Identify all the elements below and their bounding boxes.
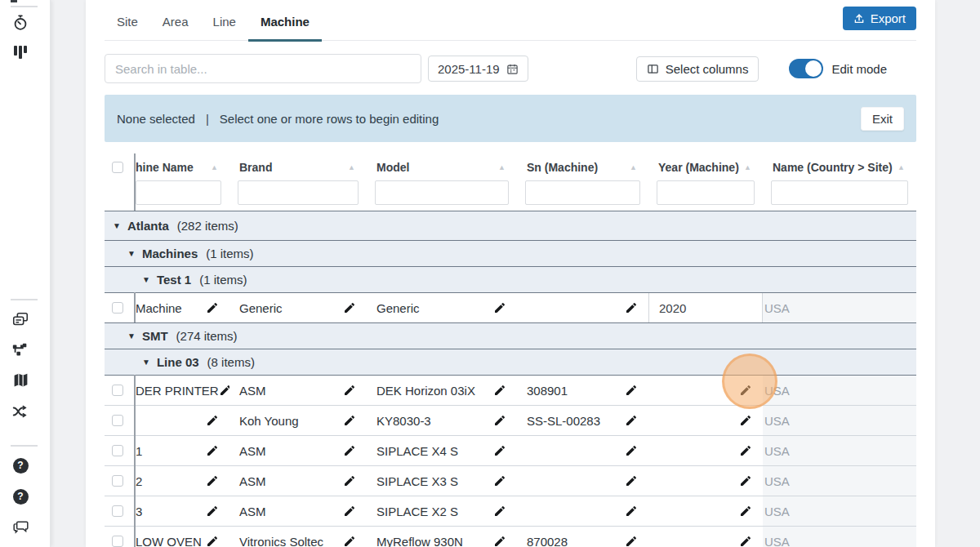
edit-pencil-icon[interactable]	[343, 505, 356, 518]
group-row-line-03[interactable]: ▼ Line 03 (8 items)	[105, 349, 916, 375]
edit-pencil-icon[interactable]	[625, 384, 638, 397]
sort-icon[interactable]: ▲	[348, 163, 355, 171]
edit-pencil-icon[interactable]	[343, 301, 356, 314]
filter-machine-name[interactable]	[136, 180, 221, 205]
brand-value: Generic	[229, 301, 283, 315]
exit-button[interactable]: Exit	[861, 107, 904, 131]
group-row-smt[interactable]: ▼ SMT (274 items)	[105, 322, 916, 349]
edit-pencil-icon[interactable]	[739, 535, 752, 547]
edit-pencil-icon[interactable]	[625, 474, 638, 487]
sort-icon[interactable]: ▲	[630, 163, 637, 171]
select-all-checkbox[interactable]	[112, 162, 123, 173]
collapse-icon[interactable]: ▼	[113, 221, 121, 230]
edit-pencil-icon[interactable]	[739, 414, 752, 427]
group-row-machines[interactable]: ▼ Machines (1 items)	[105, 240, 916, 266]
group-row-test-1[interactable]: ▼ Test 1 (1 items)	[105, 266, 916, 292]
cards-copy-icon[interactable]	[11, 309, 30, 329]
sort-icon[interactable]: ▲	[498, 163, 506, 171]
row-checkbox[interactable]	[112, 445, 123, 456]
edit-pencil-icon[interactable]	[343, 444, 356, 457]
tab-machine[interactable]: Machine	[248, 15, 322, 40]
help-icon-2[interactable]: ?	[11, 487, 30, 506]
row-checkbox[interactable]	[112, 385, 123, 396]
tab-line[interactable]: Line	[201, 15, 248, 40]
edit-mode-label: Edit mode	[831, 62, 887, 76]
filter-site[interactable]	[771, 180, 908, 205]
edit-pencil-icon[interactable]	[343, 474, 356, 487]
edit-pencil-icon[interactable]	[625, 535, 638, 547]
map-icon[interactable]	[11, 370, 30, 389]
export-button[interactable]: Export	[843, 7, 916, 30]
feedback-chat-icon[interactable]	[11, 516, 30, 536]
edit-pencil-icon[interactable]	[219, 384, 229, 397]
edit-pencil-icon[interactable]	[206, 414, 219, 427]
date-picker-button[interactable]: 2025-11-19	[428, 56, 528, 82]
filter-brand[interactable]	[238, 180, 359, 205]
table-controls: 2025-11-19 Select columns Edit mode	[105, 54, 916, 83]
group-label: Line 03	[157, 355, 199, 369]
edit-pencil-icon[interactable]	[493, 505, 506, 518]
shuffle-icon[interactable]	[11, 402, 30, 421]
edit-pencil-icon[interactable]	[493, 384, 506, 397]
site-value: USA	[763, 474, 790, 488]
edit-pencil-icon[interactable]	[343, 384, 356, 397]
banner-separator: |	[206, 112, 209, 126]
edit-pencil-icon[interactable]	[206, 444, 219, 457]
edit-pencil-icon[interactable]	[493, 301, 506, 314]
edit-pencil-icon[interactable]	[739, 505, 752, 518]
sort-icon[interactable]: ▲	[211, 163, 218, 171]
collapse-icon[interactable]: ▼	[127, 249, 136, 258]
select-columns-button[interactable]: Select columns	[636, 56, 760, 82]
row-checkbox[interactable]	[112, 415, 123, 426]
sort-icon[interactable]: ▲	[744, 163, 751, 171]
timer-icon[interactable]	[11, 13, 30, 33]
row-checkbox[interactable]	[112, 302, 123, 314]
edit-pencil-icon[interactable]	[493, 535, 506, 547]
kanban-columns-icon[interactable]	[11, 42, 30, 62]
edit-pencil-icon-highlighted[interactable]	[739, 384, 752, 397]
main-panel: Site Area Line Machine Export 2025-11-19	[86, 0, 935, 547]
edit-pencil-icon[interactable]	[493, 474, 506, 487]
collapse-icon[interactable]: ▼	[127, 331, 136, 340]
edit-mode-toggle[interactable]	[789, 59, 823, 78]
year-edit-cell[interactable]: 2020	[648, 293, 763, 322]
edit-pencil-icon[interactable]	[343, 535, 356, 547]
model-value: KY8030-3	[367, 414, 431, 428]
select-columns-label: Select columns	[666, 62, 749, 76]
collapse-icon[interactable]: ▼	[142, 358, 150, 367]
help-icon[interactable]: ?	[11, 456, 30, 475]
row-checkbox[interactable]	[112, 505, 123, 517]
edit-pencil-icon[interactable]	[739, 444, 752, 457]
edit-pencil-icon[interactable]	[739, 474, 752, 487]
site-value: USA	[763, 384, 790, 398]
edit-pencil-icon[interactable]	[206, 505, 219, 518]
edit-pencil-icon[interactable]	[206, 474, 219, 487]
tab-site[interactable]: Site	[105, 15, 150, 40]
col-machine-name: hine Name	[134, 161, 194, 174]
filter-sn[interactable]	[525, 180, 640, 205]
site-value: USA	[763, 301, 790, 315]
row-checkbox[interactable]	[112, 475, 123, 487]
row-checkbox[interactable]	[112, 536, 123, 547]
search-input[interactable]	[105, 54, 421, 83]
edit-pencil-icon[interactable]	[493, 444, 506, 457]
edit-pencil-icon[interactable]	[625, 444, 638, 457]
group-row-atlanta[interactable]: ▼ Atlanta (282 items)	[105, 211, 916, 240]
edit-pencil-icon[interactable]	[625, 301, 638, 314]
edit-pencil-icon[interactable]	[625, 505, 638, 518]
edit-pencil-icon[interactable]	[206, 535, 219, 547]
edit-pencil-icon[interactable]	[493, 414, 506, 427]
edit-pencil-icon[interactable]	[625, 414, 638, 427]
edit-pencil-icon[interactable]	[343, 414, 356, 427]
hierarchy-icon[interactable]	[11, 340, 30, 360]
tab-area[interactable]: Area	[150, 15, 201, 40]
group-count: (1 items)	[199, 273, 247, 287]
filter-year[interactable]	[657, 180, 755, 205]
sort-icon[interactable]: ▲	[898, 163, 905, 171]
filter-model[interactable]	[375, 180, 509, 205]
edit-pencil-icon[interactable]	[206, 301, 219, 314]
clipped-top-icon	[11, 0, 17, 2]
model-value: MyReflow 930N	[367, 535, 463, 547]
collapse-icon[interactable]: ▼	[142, 275, 150, 284]
table-row: Koh Young KY8030-3 SS-SL-00283 USA	[105, 405, 916, 435]
